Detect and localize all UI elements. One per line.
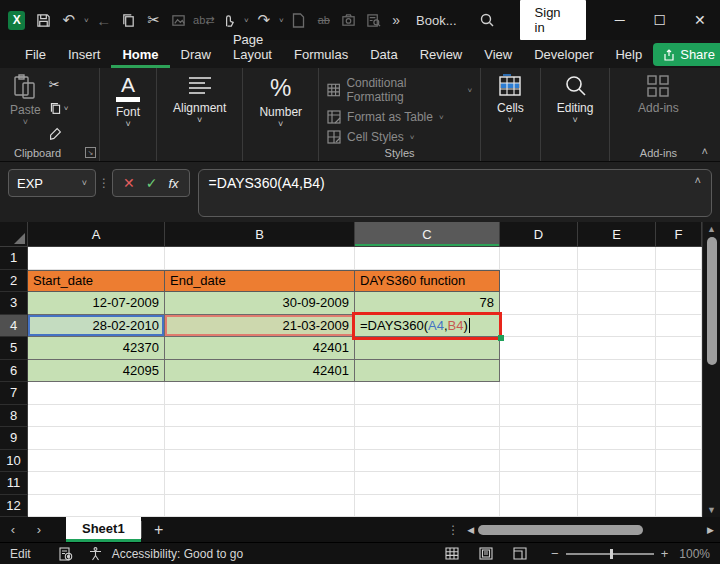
cell-F6[interactable] bbox=[656, 360, 702, 383]
cell-C12[interactable] bbox=[355, 495, 500, 518]
minimize-button[interactable]: ─ bbox=[600, 0, 640, 40]
share-button[interactable]: Share ˅ bbox=[653, 43, 720, 66]
scroll-up-icon[interactable]: ▲ bbox=[703, 224, 720, 234]
horizontal-scrollbar[interactable]: ◀ ▶ bbox=[467, 517, 720, 542]
cell-C6[interactable] bbox=[355, 360, 500, 383]
tab-formulas[interactable]: Formulas bbox=[283, 43, 359, 68]
cell-B3[interactable]: 30-09-2009 bbox=[165, 292, 355, 315]
cell-E1[interactable] bbox=[578, 247, 656, 270]
zoom-slider-thumb[interactable] bbox=[610, 549, 613, 559]
col-header-e[interactable]: E bbox=[578, 222, 656, 247]
search-icon[interactable] bbox=[475, 7, 500, 33]
editing-menu-button[interactable]: Editing ˅ bbox=[549, 74, 602, 145]
tab-developer[interactable]: Developer bbox=[523, 43, 604, 68]
paste-button[interactable]: Paste ˅ bbox=[8, 74, 43, 145]
cell-A4[interactable]: 28-02-2010 bbox=[28, 315, 165, 338]
fill-handle[interactable] bbox=[498, 335, 504, 341]
tab-page-layout[interactable]: Page Layout bbox=[222, 28, 283, 68]
cut-button[interactable]: ✂ bbox=[49, 76, 69, 92]
undo-dropdown-icon[interactable]: ˅ bbox=[81, 16, 91, 25]
formula-input[interactable]: =DAYS360(A4,B4) ˄ bbox=[198, 169, 712, 217]
row-header-6[interactable]: 6 bbox=[0, 360, 28, 383]
tab-data[interactable]: Data bbox=[359, 43, 408, 68]
cell-D11[interactable] bbox=[500, 472, 578, 495]
tab-view[interactable]: View bbox=[473, 43, 523, 68]
conditional-formatting-button[interactable]: Conditional Formatting ˅ bbox=[327, 76, 472, 104]
cell-B2[interactable]: End_date bbox=[165, 270, 355, 293]
zoom-in-icon[interactable]: + bbox=[661, 546, 669, 561]
maximize-button[interactable]: ☐ bbox=[640, 0, 680, 40]
cell-B4[interactable]: 21-03-2009 bbox=[165, 315, 355, 338]
cancel-icon[interactable]: ✕ bbox=[123, 175, 135, 191]
cell-E11[interactable] bbox=[578, 472, 656, 495]
tab-file[interactable]: File bbox=[14, 43, 57, 68]
enter-icon[interactable]: ✓ bbox=[146, 175, 158, 191]
zoom-level[interactable]: 100% bbox=[679, 547, 710, 561]
row-header-11[interactable]: 11 bbox=[0, 472, 28, 495]
cell-A1[interactable] bbox=[28, 247, 165, 270]
normal-view-icon[interactable] bbox=[445, 547, 459, 560]
cell-C5[interactable] bbox=[355, 337, 500, 360]
cell-C11[interactable] bbox=[355, 472, 500, 495]
cell-D12[interactable] bbox=[500, 495, 578, 518]
cell-E3[interactable] bbox=[578, 292, 656, 315]
cell-styles-button[interactable]: Cell Styles ˅ bbox=[327, 130, 472, 144]
tab-insert[interactable]: Insert bbox=[57, 43, 112, 68]
clipboard-dialog-launcher-icon[interactable]: ↘ bbox=[85, 147, 96, 158]
qat-overflow-button[interactable]: » bbox=[392, 12, 400, 28]
tab-home[interactable]: Home bbox=[111, 43, 169, 68]
row-header-4[interactable]: 4 bbox=[0, 315, 28, 338]
format-as-table-button[interactable]: Format as Table ˅ bbox=[327, 110, 472, 124]
cell-A8[interactable] bbox=[28, 405, 165, 428]
cell-B11[interactable] bbox=[165, 472, 355, 495]
cell-D1[interactable] bbox=[500, 247, 578, 270]
row-header-9[interactable]: 9 bbox=[0, 427, 28, 450]
cell-F3[interactable] bbox=[656, 292, 702, 315]
row-header-5[interactable]: 5 bbox=[0, 337, 28, 360]
cell-C8[interactable] bbox=[355, 405, 500, 428]
tab-draw[interactable]: Draw bbox=[170, 43, 222, 68]
copy-button[interactable]: ˅ bbox=[49, 101, 69, 117]
format-painter-button[interactable] bbox=[49, 125, 69, 141]
number-menu-button[interactable]: % Number ˅ bbox=[251, 74, 310, 145]
cell-A5[interactable]: 42370 bbox=[28, 337, 165, 360]
cell-C7[interactable] bbox=[355, 382, 500, 405]
font-menu-button[interactable]: A Font ˅ bbox=[108, 74, 148, 145]
accessibility-icon[interactable] bbox=[89, 547, 102, 561]
col-header-d[interactable]: D bbox=[500, 222, 578, 247]
cell-D9[interactable] bbox=[500, 427, 578, 450]
col-header-f[interactable]: F bbox=[656, 222, 702, 247]
cell-D10[interactable] bbox=[500, 450, 578, 473]
addins-button[interactable]: Add-ins bbox=[630, 74, 687, 145]
cell-F4[interactable] bbox=[656, 315, 702, 338]
collapse-ribbon-icon[interactable]: ˄ bbox=[702, 145, 708, 157]
cell-B6[interactable]: 42401 bbox=[165, 360, 355, 383]
cell-B7[interactable] bbox=[165, 382, 355, 405]
tab-review[interactable]: Review bbox=[409, 43, 474, 68]
zoom-out-icon[interactable]: − bbox=[551, 546, 559, 561]
cell-E5[interactable] bbox=[578, 337, 656, 360]
cell-F8[interactable] bbox=[656, 405, 702, 428]
add-sheet-button[interactable]: + bbox=[142, 517, 176, 542]
cell-C10[interactable] bbox=[355, 450, 500, 473]
cut-icon[interactable]: ✂ bbox=[141, 7, 166, 33]
copy-icon[interactable] bbox=[116, 7, 141, 33]
cell-C2[interactable]: DAYS360 function bbox=[355, 270, 500, 293]
cell-A11[interactable] bbox=[28, 472, 165, 495]
row-header-1[interactable]: 1 bbox=[0, 247, 28, 270]
zoom-slider[interactable] bbox=[566, 553, 654, 555]
col-header-b[interactable]: B bbox=[165, 222, 355, 247]
cell-F7[interactable] bbox=[656, 382, 702, 405]
name-box-dropdown-icon[interactable]: ˅ bbox=[82, 178, 87, 188]
cell-A7[interactable] bbox=[28, 382, 165, 405]
row-header-8[interactable]: 8 bbox=[0, 405, 28, 428]
cells-menu-button[interactable]: Cells ˅ bbox=[489, 74, 532, 145]
row-header-3[interactable]: 3 bbox=[0, 292, 28, 315]
scroll-left-icon[interactable]: ◀ bbox=[467, 525, 474, 535]
cell-D7[interactable] bbox=[500, 382, 578, 405]
row-header-10[interactable]: 10 bbox=[0, 450, 28, 473]
cell-A6[interactable]: 42095 bbox=[28, 360, 165, 383]
cell-E4[interactable] bbox=[578, 315, 656, 338]
cell-C1[interactable] bbox=[355, 247, 500, 270]
cell-A3[interactable]: 12-07-2009 bbox=[28, 292, 165, 315]
